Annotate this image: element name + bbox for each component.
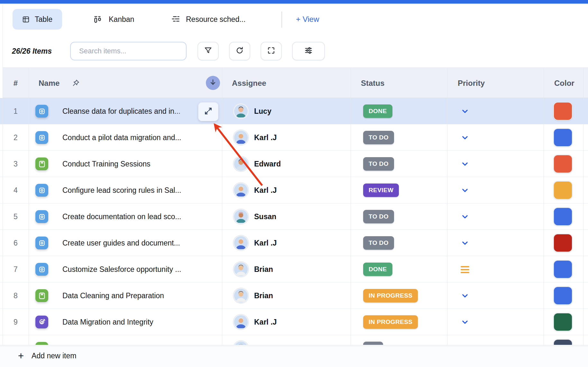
expand-icon [204,107,213,117]
plus-icon: + [18,351,24,361]
priority-dropdown-chevron-icon[interactable] [461,318,469,327]
table-row[interactable]: 9Data Migration and IntegrityKarl .JIN P… [0,309,588,335]
tab-resource-schedule[interactable]: Resource sched... [171,9,245,30]
status-badge[interactable] [363,342,383,345]
tab-kanban[interactable]: Kanban [93,9,134,30]
instance-blue-task-icon [35,210,48,223]
table-body: 1Cleanse data for duplicates and in...Lu… [0,98,588,345]
refresh-button[interactable] [229,42,250,60]
items-count: 26/26 Items [12,42,52,60]
task-name[interactable]: Create documentation on lead sco... [62,203,181,230]
instance-blue-task-icon [35,263,48,276]
task-name[interactable]: Customize Salesforce opportunity ... [62,256,181,282]
color-swatch[interactable] [553,207,573,226]
priority-dropdown-chevron-icon[interactable] [461,239,469,247]
color-swatch[interactable] [553,260,573,279]
col-header-name: Name [39,68,60,98]
task-name[interactable]: Data Migration and Integrity [62,309,153,335]
assignee-avatar[interactable] [234,157,248,171]
row-number: 5 [3,203,29,230]
priority-dropdown-chevron-icon[interactable] [461,107,469,116]
col-header-number: # [3,68,29,98]
color-swatch[interactable] [553,128,573,147]
assignee-name: Brian [254,256,273,282]
status-badge[interactable]: TO DO [363,210,394,223]
status-badge[interactable]: DONE [363,263,392,276]
status-badge[interactable]: TO DO [363,131,394,144]
filter-icon [204,46,212,56]
app-root: Table Kanban Resource sched... + View 26… [0,0,588,367]
assignee-avatar[interactable] [234,315,248,329]
book-green-task-icon [35,157,48,170]
priority-dropdown-chevron-icon[interactable] [461,291,469,300]
sort-direction-button[interactable] [206,76,220,90]
tab-table[interactable]: Table [13,9,62,30]
col-header-assignee: Assignee [232,68,266,98]
table-row[interactable]: 5Create documentation on lead sco...Susa… [0,203,588,230]
status-badge[interactable]: DONE [363,104,392,118]
table-row[interactable]: 8Data Cleaning and PreparationBrianIN PR… [0,282,588,309]
arrow-down-icon [209,78,217,88]
table-row[interactable]: 1Cleanse data for duplicates and in...Lu… [0,98,588,124]
assignee-avatar[interactable] [234,236,248,250]
row-number [3,335,29,345]
fullscreen-button[interactable] [261,42,282,60]
row-number: 8 [3,282,29,309]
color-swatch[interactable] [553,339,573,345]
resource-schedule-icon [171,15,180,24]
assignee-avatar[interactable] [234,184,248,197]
color-swatch[interactable] [553,313,573,331]
table-row[interactable]: 4Configure lead scoring rules in Sal...K… [0,177,588,203]
priority-dropdown-chevron-icon[interactable] [461,133,469,142]
table-row[interactable]: 6Create user guides and document...Karl … [0,230,588,256]
assignee-avatar[interactable] [234,131,248,144]
task-name[interactable]: Cleanse data for duplicates and in... [62,98,180,124]
color-swatch[interactable] [553,234,573,252]
table-row[interactable]: 7Customize Salesforce opportunity ...Bri… [0,256,588,282]
priority-dropdown-chevron-icon[interactable] [461,186,469,195]
assignee-name: Susan [254,203,276,230]
status-badge[interactable]: IN PROGRESS [363,289,418,302]
assignee-avatar[interactable] [234,263,248,276]
status-badge[interactable]: IN PROGRESS [363,315,418,329]
tab-label: Table [35,15,52,24]
status-badge[interactable]: REVIEW [363,184,399,197]
task-name[interactable]: Configure lead scoring rules in Sal... [62,177,181,203]
task-name[interactable]: Conduct Training Sessions [62,151,151,177]
pin-icon[interactable] [71,78,80,89]
row-number: 7 [3,256,29,282]
priority-dropdown-chevron-icon[interactable] [461,160,469,168]
color-swatch[interactable] [553,155,573,173]
search-input[interactable] [70,42,187,60]
assignee-name: Lucy [254,98,271,124]
add-view-button[interactable]: + View [296,9,319,30]
priority-dropdown-chevron-icon[interactable] [461,212,469,221]
top-accent-bar [0,0,588,4]
display-settings-button[interactable] [292,42,325,60]
add-new-item-button[interactable]: + Add new item [0,345,588,367]
assignee-avatar[interactable] [234,342,248,345]
task-name[interactable]: Create user guides and document... [62,230,180,256]
assignee-avatar[interactable] [234,210,248,223]
instance-blue-task-icon [35,237,48,249]
assignee-name: Karl .J [254,177,277,203]
color-swatch[interactable] [553,102,573,121]
filter-button[interactable] [198,42,219,60]
assignee-avatar[interactable] [234,104,248,118]
task-name[interactable]: Data Cleaning and Preparation [62,282,164,309]
status-badge[interactable]: TO DO [363,236,394,250]
status-badge[interactable]: TO DO [363,157,394,171]
task-name[interactable]: Conduct a pilot data migration and... [62,124,181,151]
table-row[interactable] [0,335,588,345]
expand-row-button[interactable] [198,102,218,121]
assignee-name: Karl .J [254,230,277,256]
priority-menu-icon[interactable] [461,266,469,273]
table-row[interactable]: 3Conduct Training SessionsEdwardTO DO [0,151,588,177]
table-row[interactable]: 2Conduct a pilot data migration and...Ka… [0,124,588,151]
table-header: # Name Assignee Status Priority Color [3,67,588,98]
row-number: 3 [3,151,29,177]
assignee-avatar[interactable] [234,289,248,302]
color-swatch[interactable] [553,286,573,305]
col-header-status: Status [361,68,384,98]
color-swatch[interactable] [553,181,573,200]
